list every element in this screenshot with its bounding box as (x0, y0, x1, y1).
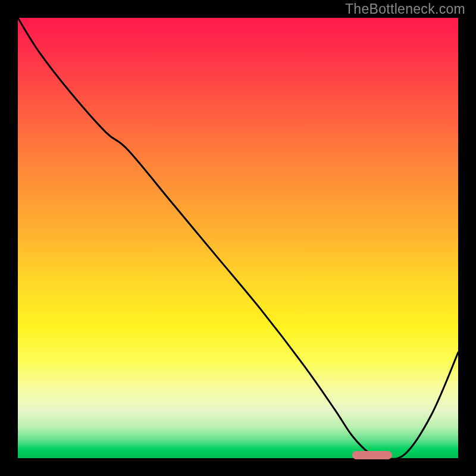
chart-plot-area (18, 18, 458, 458)
bottleneck-curve (18, 18, 458, 458)
optimal-range-marker (352, 451, 392, 459)
watermark-text: TheBottleneck.com (345, 1, 465, 17)
